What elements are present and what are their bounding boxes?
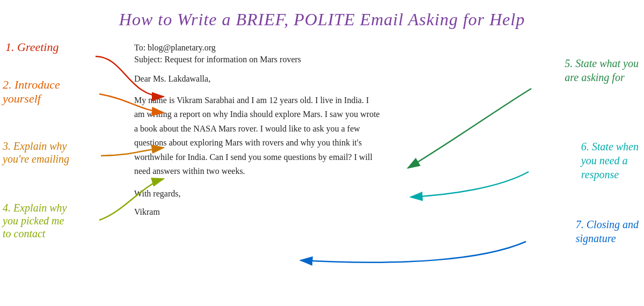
email-subject: Subject: Request for information on Mars…	[134, 55, 521, 64]
email-greeting-line: Dear Ms. Lakdawalla,	[134, 74, 521, 84]
label-closing-sig: 7. Closing andsignature	[576, 217, 639, 245]
right-labels: 5. State what youare asking for 6. State…	[531, 35, 644, 303]
page-title: How to Write a BRIEF, POLITE Email Askin…	[0, 0, 644, 35]
label-explain-picked: 4. Explain whyyou picked meto contact	[3, 201, 67, 240]
label-state-when: 6. State whenyou need aresponse	[581, 140, 639, 181]
email-to: To: blog@planetary.org	[134, 43, 521, 53]
email-body: My name is Vikram Sarabhai and I am 12 y…	[134, 93, 381, 178]
email-closing: With regards,	[134, 189, 521, 199]
label-explain-emailing: 3. Explain whyyou're emailing	[3, 140, 69, 165]
email-content: To: blog@planetary.org Subject: Request …	[118, 35, 531, 303]
left-labels: 1. Greeting 2. Introduceyourself 3. Expl…	[0, 35, 118, 303]
email-signature: Vikram	[134, 207, 521, 217]
label-introduce: 2. Introduceyourself	[3, 78, 60, 106]
label-greeting: 1. Greeting	[5, 40, 58, 54]
label-state-asking: 5. State what youare asking for	[565, 56, 639, 84]
